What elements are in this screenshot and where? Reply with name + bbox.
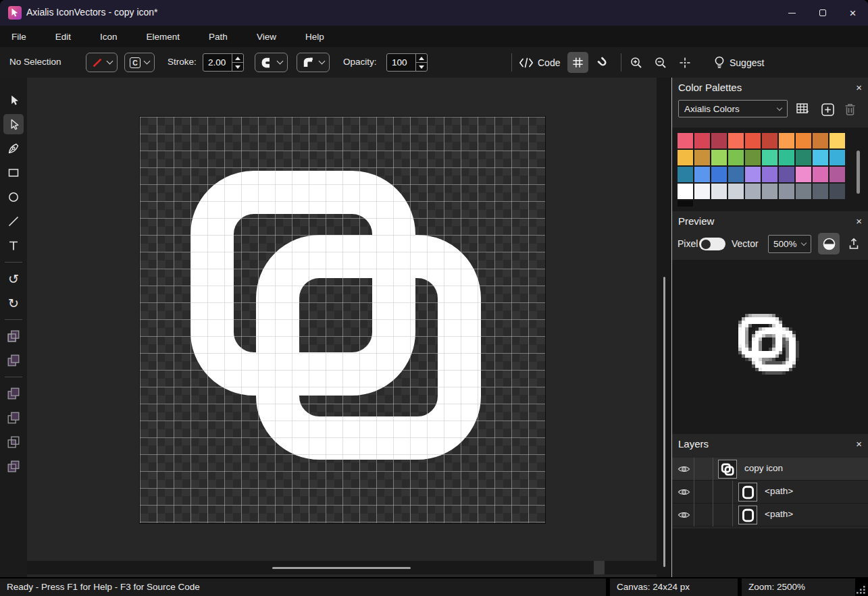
menu-item-element[interactable]: Element <box>136 28 190 46</box>
layer-label[interactable]: <path> <box>765 509 793 519</box>
preview-zoom-select[interactable]: 500% <box>768 235 811 253</box>
stroke-width-stepper[interactable]: 2.00 <box>203 53 244 72</box>
corner-join-dropdown[interactable] <box>297 53 330 72</box>
color-swatch[interactable] <box>728 167 744 182</box>
horizontal-scrollbar-thumb[interactable] <box>272 567 411 569</box>
close-panel-icon[interactable]: × <box>856 82 862 93</box>
cap-style-dropdown[interactable]: C <box>124 53 155 72</box>
color-swatch[interactable] <box>694 133 710 148</box>
grid-toggle-button[interactable] <box>567 52 588 73</box>
color-swatch[interactable] <box>728 133 744 148</box>
color-swatch[interactable] <box>762 133 777 148</box>
ellipse-tool[interactable] <box>3 187 24 207</box>
minimize-button[interactable] <box>777 0 807 26</box>
layer-row[interactable]: <path> <box>672 504 868 526</box>
color-swatch[interactable] <box>813 167 828 182</box>
color-swatch[interactable] <box>762 167 777 182</box>
layer-visibility-eye-icon[interactable] <box>678 510 690 522</box>
menu-item-path[interactable]: Path <box>199 28 238 46</box>
close-button[interactable]: × <box>838 0 868 26</box>
color-swatch[interactable] <box>711 150 727 165</box>
boolean-subtract-tool[interactable] <box>3 408 24 428</box>
pixel-vector-toggle[interactable] <box>699 238 725 250</box>
zoom-fit-button[interactable] <box>674 52 695 73</box>
layer-row[interactable]: <path> <box>672 481 868 504</box>
palette-select[interactable]: Axialis Colors <box>678 100 788 117</box>
layer-row[interactable]: copy icon <box>672 458 868 481</box>
delete-palette-button[interactable] <box>841 101 859 118</box>
suggest-button[interactable]: Suggest <box>713 52 764 73</box>
color-swatch[interactable] <box>796 167 811 182</box>
select-tool[interactable] <box>3 90 24 110</box>
color-swatch[interactable] <box>829 133 845 148</box>
palette-scrollbar-thumb[interactable] <box>857 151 860 194</box>
vertical-scrollbar-thumb[interactable] <box>663 277 665 567</box>
color-swatch[interactable] <box>678 150 693 165</box>
boolean-intersect-tool[interactable] <box>3 432 24 452</box>
redo-button[interactable]: ↻ <box>3 293 24 313</box>
palette-grid-view-button[interactable] <box>795 101 813 118</box>
canvas-viewport[interactable] <box>27 78 657 577</box>
menu-item-file[interactable]: File <box>1 28 36 46</box>
snap-magnet-button[interactable] <box>592 52 613 73</box>
vector-mode-label[interactable]: Vector <box>732 238 759 249</box>
layer-label[interactable]: copy icon <box>744 463 783 473</box>
color-swatch[interactable] <box>813 133 828 148</box>
color-swatch[interactable] <box>694 167 710 182</box>
color-swatch[interactable] <box>796 150 811 165</box>
color-swatch[interactable] <box>745 133 761 148</box>
color-swatch[interactable] <box>711 167 727 182</box>
spin-down-icon[interactable] <box>416 63 427 71</box>
spin-up-icon[interactable] <box>232 54 243 63</box>
icon-canvas[interactable] <box>140 117 545 523</box>
color-swatch[interactable] <box>796 184 811 199</box>
maximize-button[interactable] <box>807 0 838 26</box>
layer-label[interactable]: <path> <box>765 486 793 496</box>
color-swatch[interactable] <box>745 184 761 199</box>
menu-item-help[interactable]: Help <box>295 28 334 46</box>
color-swatch[interactable] <box>813 150 828 165</box>
opacity-value[interactable]: 100 <box>387 54 415 71</box>
spin-up-icon[interactable] <box>416 54 427 63</box>
color-swatch[interactable] <box>678 167 693 182</box>
color-swatch[interactable] <box>762 150 777 165</box>
code-button[interactable]: Code <box>519 52 560 73</box>
stroke-spinner[interactable] <box>232 54 243 71</box>
zoom-in-button[interactable] <box>626 52 646 73</box>
undo-button[interactable]: ↺ <box>3 269 24 289</box>
color-swatch[interactable] <box>779 150 794 165</box>
color-swatch[interactable] <box>779 184 794 199</box>
boolean-exclude-tool[interactable] <box>3 326 24 346</box>
color-swatch[interactable] <box>678 133 693 148</box>
color-swatch[interactable] <box>745 150 761 165</box>
pen-tool[interactable] <box>3 138 24 159</box>
color-swatch[interactable] <box>813 184 828 199</box>
menu-item-view[interactable]: View <box>247 28 286 46</box>
color-swatch[interactable] <box>829 150 845 165</box>
spin-down-icon[interactable] <box>232 63 243 71</box>
layer-visibility-eye-icon[interactable] <box>678 464 690 477</box>
color-swatch[interactable] <box>829 184 845 199</box>
vertical-scrollbar[interactable] <box>657 78 671 577</box>
rectangle-tool[interactable] <box>3 163 24 183</box>
color-swatch[interactable] <box>829 167 845 182</box>
menu-item-icon[interactable]: Icon <box>90 28 128 46</box>
stroke-width-value[interactable]: 2.00 <box>203 54 232 71</box>
color-swatch[interactable] <box>762 184 777 199</box>
opacity-spinner[interactable] <box>415 54 427 71</box>
zoom-out-button[interactable] <box>650 52 671 73</box>
close-panel-icon[interactable]: × <box>856 215 862 227</box>
boolean-union-tool[interactable] <box>3 383 24 404</box>
boolean-merge-tool[interactable] <box>3 350 24 371</box>
color-swatch[interactable] <box>711 184 727 199</box>
color-swatch[interactable] <box>779 133 794 148</box>
export-preview-button[interactable] <box>843 233 865 254</box>
color-swatch[interactable] <box>678 184 693 199</box>
text-tool[interactable] <box>3 236 24 256</box>
color-swatch[interactable] <box>745 167 761 182</box>
color-swatch[interactable] <box>728 184 744 199</box>
stroke-color-dropdown[interactable] <box>86 53 118 72</box>
preview-contrast-button[interactable] <box>818 233 840 254</box>
boolean-divide-tool[interactable] <box>3 456 24 477</box>
color-swatch[interactable] <box>728 150 744 165</box>
